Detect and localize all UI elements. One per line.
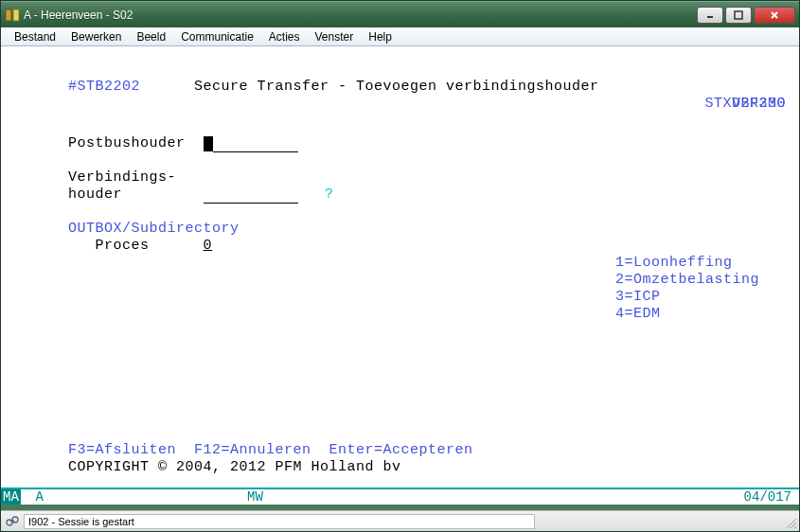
- oia-status-code: MW: [238, 489, 273, 505]
- menu-help[interactable]: Help: [361, 28, 400, 45]
- menu-bestand[interactable]: Bestand: [7, 28, 63, 45]
- window-controls: [697, 7, 795, 24]
- titlebar: A - Heerenveen - S02: [1, 1, 799, 27]
- help-marker-icon[interactable]: ?: [325, 186, 334, 203]
- menu-bar: Bestand Bewerken Beeld Communicatie Acti…: [1, 27, 799, 46]
- status-message: I902 - Sessie is gestart: [24, 514, 535, 529]
- connection-icon: [5, 514, 20, 529]
- app-icon: [5, 8, 20, 23]
- status-bar: I902 - Sessie is gestart: [1, 510, 799, 531]
- menu-beeld[interactable]: Beeld: [129, 28, 173, 45]
- proces-label: Proces: [96, 238, 150, 254]
- verbindingshouder-input[interactable]: [204, 187, 298, 204]
- svg-rect-0: [6, 9, 11, 21]
- postbushouder-label: Postbushouder: [68, 135, 186, 151]
- close-button[interactable]: [754, 7, 795, 24]
- svg-rect-1: [13, 9, 19, 21]
- menu-venster[interactable]: Venster: [308, 28, 362, 45]
- oia-ma-indicator: MA: [1, 489, 21, 505]
- oia-cursor-position: 04/017: [744, 489, 791, 505]
- svg-rect-3: [735, 11, 742, 19]
- menu-bewerken[interactable]: Bewerken: [63, 28, 129, 45]
- svg-line-11: [794, 526, 796, 528]
- window-title: A - Heerenveen - S02: [24, 9, 697, 22]
- terminal-screen[interactable]: #STB2202 Secure Transfer - Toevoegen ver…: [1, 46, 799, 488]
- operator-info-area: MA A MW 04/017: [1, 488, 799, 505]
- postbushouder-input[interactable]: [204, 135, 298, 151]
- menu-communicatie[interactable]: Communicatie: [173, 28, 261, 45]
- svg-point-6: [7, 520, 12, 525]
- menu-acties[interactable]: Acties: [261, 28, 308, 45]
- copyright-text: COPYRIGHT © 2004, 2012 PFM Holland bv: [68, 459, 401, 475]
- maximize-button[interactable]: [725, 7, 752, 24]
- option-4: 4=EDM: [615, 306, 786, 323]
- proces-input[interactable]: 0: [204, 238, 213, 254]
- minimize-button[interactable]: [697, 7, 723, 24]
- verbindingshouder-label-2: houder: [68, 186, 122, 203]
- application-window: A - Heerenveen - S02 Bestand Bewerken Be…: [0, 0, 800, 532]
- resize-grip-icon[interactable]: [784, 516, 797, 529]
- version-label: V2R3M0: [732, 96, 786, 113]
- svg-point-7: [12, 517, 18, 523]
- oia-session: A: [21, 489, 59, 505]
- text-cursor: [204, 136, 213, 151]
